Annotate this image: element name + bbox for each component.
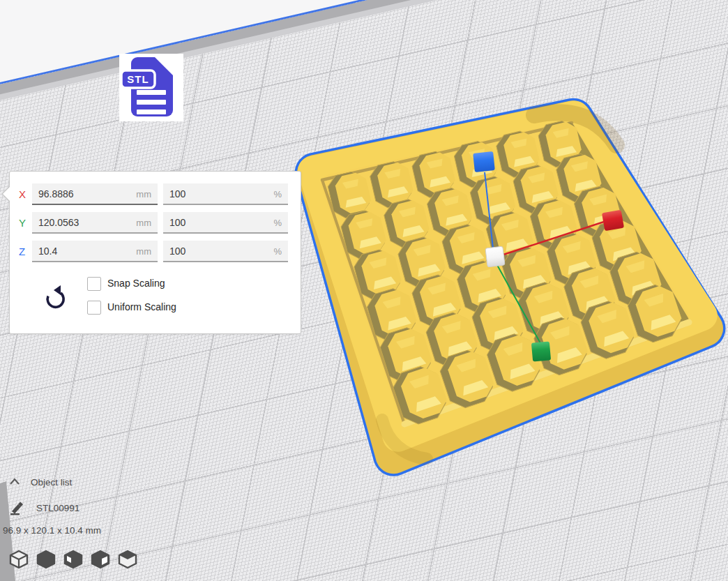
view-front-icon[interactable]: [36, 550, 56, 569]
snap-scaling-checkbox[interactable]: [87, 277, 101, 291]
uniform-scaling-label: Uniform Scaling: [107, 301, 176, 313]
scale-row-x: X mm %: [10, 183, 301, 205]
z-mm-input[interactable]: [32, 241, 158, 262]
cura-viewport[interactable]: { "scale_panel": { "rows": [ {"axis": "X…: [0, 0, 728, 581]
z-mm-fieldwrap: mm: [32, 241, 158, 262]
scale-handle-x[interactable]: [602, 210, 624, 231]
scale-handle-center[interactable]: [485, 246, 505, 267]
scale-handle-y[interactable]: [531, 341, 551, 361]
reset-scale-button[interactable]: [42, 281, 67, 309]
axis-z-label: Z: [19, 246, 33, 257]
x-percent-input[interactable]: [163, 183, 288, 205]
z-percent-input[interactable]: [163, 241, 288, 262]
z-percent-fieldwrap: %: [163, 241, 288, 262]
y-mm-fieldwrap: mm: [32, 212, 158, 234]
model-dimensions-label: 96.9 x 120.1 x 10.4 mm: [3, 525, 101, 536]
snap-scaling-label: Snap Scaling: [107, 277, 165, 289]
x-mm-input[interactable]: [32, 183, 158, 205]
view-3d-icon[interactable]: [9, 550, 29, 569]
y-mm-input[interactable]: [32, 212, 158, 234]
scale-row-z: Z mm %: [10, 241, 301, 262]
scale-tool-panel: X mm % Y mm % Z mm %: [9, 171, 301, 334]
camera-view-toolbar: [9, 550, 137, 569]
x-percent-fieldwrap: %: [163, 183, 288, 205]
mesh-type-icon: [9, 499, 24, 516]
object-list-item[interactable]: STL00991: [36, 503, 79, 513]
stl-file-thumbnail: STL: [119, 54, 183, 121]
axis-x-label: X: [19, 188, 33, 200]
view-right-icon[interactable]: [118, 550, 137, 569]
view-top-icon[interactable]: [63, 550, 83, 569]
y-percent-input[interactable]: [163, 212, 288, 234]
scale-handle-z[interactable]: [473, 151, 495, 172]
uniform-scaling-checkbox[interactable]: [87, 301, 101, 315]
view-left-icon[interactable]: [91, 550, 110, 569]
reset-icon: [47, 293, 63, 307]
y-percent-fieldwrap: %: [163, 212, 288, 234]
x-mm-fieldwrap: mm: [32, 183, 158, 205]
object-list-caret-icon[interactable]: [8, 476, 21, 487]
stl-badge-text: STL: [127, 73, 149, 85]
object-list-toggle[interactable]: Object list: [31, 477, 72, 488]
stl-file-icon: STL: [119, 54, 183, 121]
axis-y-label: Y: [19, 217, 33, 229]
scale-row-y: Y mm %: [10, 212, 301, 234]
